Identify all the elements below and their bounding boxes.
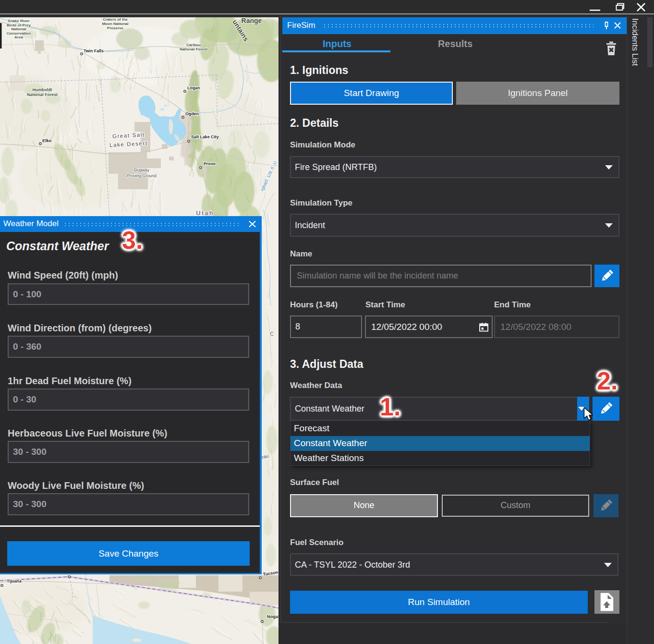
svg-text:Area: Area — [14, 35, 23, 39]
svg-text:Humboldt: Humboldt — [32, 87, 52, 92]
svg-text:Logan: Logan — [187, 85, 200, 90]
svg-text:Tijuana: Tijuana — [7, 579, 22, 583]
svg-text:Salt Lake City: Salt Lake City — [191, 134, 219, 139]
svg-text:C: C — [270, 331, 273, 337]
svg-text:Preserve: Preserve — [107, 26, 123, 30]
svg-text:National Forest: National Forest — [27, 92, 58, 97]
svg-text:Caribou: Caribou — [186, 43, 201, 47]
svg-text:Range: Range — [242, 17, 262, 24]
svg-text:Dugway: Dugway — [134, 168, 149, 172]
svg-text:Ogden: Ogden — [185, 111, 199, 116]
svg-text:Craters of the: Craters of the — [103, 17, 128, 22]
svg-text:National Forest: National Forest — [180, 47, 208, 51]
svg-text:Twin Falls: Twin Falls — [84, 49, 104, 53]
svg-text:Provo: Provo — [204, 161, 216, 166]
svg-text:Utah: Utah — [196, 209, 214, 217]
svg-text:Moon National: Moon National — [102, 22, 128, 26]
svg-text:Nogale: Nogale — [267, 614, 279, 619]
svg-text:Elko: Elko — [42, 138, 52, 143]
svg-text:Proving Ground: Proving Ground — [127, 173, 157, 178]
